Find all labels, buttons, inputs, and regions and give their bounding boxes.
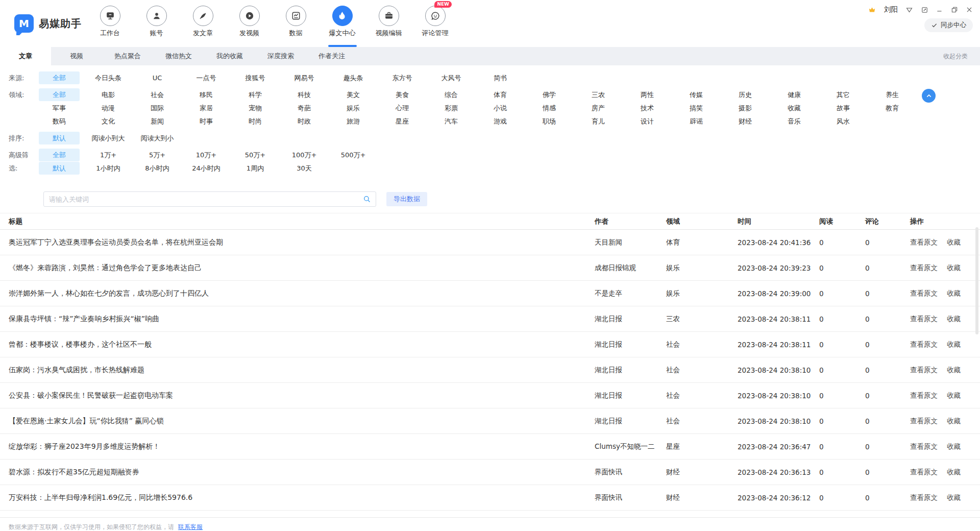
filter-option[interactable]: 移民 [182,88,231,102]
feedback-icon[interactable] [921,6,928,14]
nav-item-workbench[interactable]: 工作台 [87,0,133,47]
favorite-link[interactable]: 收藏 [947,315,961,324]
tab-my-favorites[interactable]: 我的收藏 [204,47,255,65]
filter-option[interactable]: 综合 [427,88,476,102]
view-original-link[interactable]: 查看原文 [910,417,938,426]
favorite-link[interactable]: 收藏 [947,417,961,426]
filter-option-selected[interactable]: 全部 [39,149,80,161]
filter-option[interactable]: 科学 [231,88,280,102]
export-data-button[interactable]: 导出数据 [386,192,427,206]
filter-option-selected[interactable]: 全部 [39,71,80,84]
favorite-link[interactable]: 收藏 [947,442,961,451]
view-original-link[interactable]: 查看原文 [910,442,938,451]
tab-videos[interactable]: 视频 [51,47,102,65]
tab-deep-search[interactable]: 深度搜索 [255,47,306,65]
filter-option[interactable]: 辟谣 [672,115,721,128]
nav-item-video-editor[interactable]: 视频编辑 [365,0,412,47]
article-title[interactable]: 公安县：破小案保民生！民警破获一起盗窃电动车案 [9,391,595,400]
maximize-icon[interactable] [951,6,958,13]
view-original-link[interactable]: 查看原文 [910,315,938,324]
filter-option[interactable]: 旅游 [329,115,378,128]
filter-option[interactable]: 1小时内 [84,162,133,175]
filter-option[interactable]: 1周内 [231,162,280,175]
filter-option[interactable]: 风水 [819,115,868,128]
filter-option[interactable]: 设计 [623,115,672,128]
filter-option[interactable]: 时事 [182,115,231,128]
filter-option[interactable]: 娱乐 [329,102,378,115]
search-icon[interactable] [362,195,372,204]
favorite-link[interactable]: 收藏 [947,238,961,247]
search-input[interactable] [43,191,376,207]
filter-option[interactable]: 简书 [476,71,525,85]
filter-option[interactable]: 1万+ [84,149,133,162]
filter-option[interactable]: 全部 [35,88,84,102]
filter-option[interactable]: 新闻 [133,115,182,128]
filter-option[interactable]: 军事 [35,102,84,115]
nav-item-data[interactable]: 数据 [273,0,319,47]
favorite-link[interactable]: 收藏 [947,391,961,400]
filter-option[interactable]: 心理 [378,102,427,115]
article-title[interactable]: 伍家岗：污水臭气成困扰，市长热线解难题 [9,366,595,375]
filter-option[interactable]: 数码 [35,115,84,128]
minimize-icon[interactable] [936,6,943,13]
filter-option[interactable]: 故事 [819,102,868,115]
filter-option[interactable]: 其它 [819,88,868,102]
filter-option[interactable]: 养生 [868,88,917,102]
filter-option[interactable]: 科技 [280,88,329,102]
filter-option[interactable]: 5万+ [133,149,182,162]
filter-option[interactable]: 500万+ [329,149,378,162]
tab-hot-aggregate[interactable]: 热点聚合 [102,47,153,65]
filter-option[interactable]: 游戏 [476,115,525,128]
article-title[interactable]: 绽放华彩：狮子座2023年9月多维度运势解析！ [9,442,595,451]
article-title[interactable]: 【爱在恩施·土家女儿会】玩“你比我猜” 赢同心锁 [9,417,595,426]
tab-author-follow[interactable]: 作者关注 [306,47,357,65]
favorite-link[interactable]: 收藏 [947,493,961,502]
favorite-link[interactable]: 收藏 [947,263,961,273]
filter-option[interactable]: 东方号 [378,71,427,85]
nav-item-hot-article-center[interactable]: 爆文中心 [319,0,365,47]
view-original-link[interactable]: 查看原文 [910,468,938,477]
article-title[interactable]: 曾都：楼事楼议，楼事楼办，这个社区不一般 [9,340,595,349]
filter-option[interactable]: 50万+ [231,149,280,162]
nav-item-comment-manage[interactable]: 评论管理NEW [412,0,458,47]
article-title[interactable]: 保康县寺坪镇：“辣”产业奏响乡村振兴“椒”响曲 [9,315,595,324]
user-name[interactable]: 刘阳 [884,5,898,14]
article-title[interactable]: 崇洋媚外第一人，林心如在七夕的发言，成功恶心到了十四亿人 [9,289,595,298]
tab-articles[interactable]: 文章 [0,47,51,65]
favorite-link[interactable]: 收藏 [947,340,961,349]
filter-option[interactable]: 技术 [623,102,672,115]
view-original-link[interactable]: 查看原文 [910,366,938,375]
filter-option[interactable]: 社会 [133,88,182,102]
filter-option[interactable]: 情感 [525,102,574,115]
filter-option[interactable]: 宠物 [231,102,280,115]
article-title[interactable]: 《燃冬》来蓉路演，刘昊然：通过角色学会了更多地表达自己 [9,263,595,273]
filter-option[interactable]: UC [133,71,182,85]
filter-option[interactable]: 佛学 [525,88,574,102]
filter-option[interactable]: 趣头条 [329,71,378,85]
filter-option[interactable]: 阅读大到小 [133,132,182,145]
filter-option[interactable]: 动漫 [84,102,133,115]
filter-option[interactable]: 历史 [721,88,770,102]
filter-option[interactable]: 教育 [868,102,917,115]
view-original-link[interactable]: 查看原文 [910,289,938,298]
filter-option[interactable]: 收藏 [770,102,819,115]
filter-option[interactable]: 网易号 [280,71,329,85]
filter-option[interactable]: 音乐 [770,115,819,128]
filter-option[interactable]: 家居 [182,102,231,115]
filter-option[interactable]: 一点号 [182,71,231,85]
close-icon[interactable] [966,6,973,13]
vertical-scrollbar[interactable] [975,227,978,334]
filter-option[interactable]: 24小时内 [182,162,231,175]
filter-option[interactable]: 传媒 [672,88,721,102]
filter-option[interactable]: 汽车 [427,115,476,128]
view-original-link[interactable]: 查看原文 [910,263,938,273]
filter-option[interactable]: 今日头条 [84,71,133,85]
article-title[interactable]: 万安科技：上半年归母净利润1.69亿元，同比增长5976.6 [9,493,595,502]
view-original-link[interactable]: 查看原文 [910,238,938,247]
favorite-link[interactable]: 收藏 [947,289,961,298]
filter-option-selected[interactable]: 默认 [39,132,80,144]
tab-wechat-hot[interactable]: 微信热文 [153,47,204,65]
favorite-link[interactable]: 收藏 [947,468,961,477]
filter-option[interactable]: 职场 [525,115,574,128]
filter-option[interactable]: 时尚 [231,115,280,128]
